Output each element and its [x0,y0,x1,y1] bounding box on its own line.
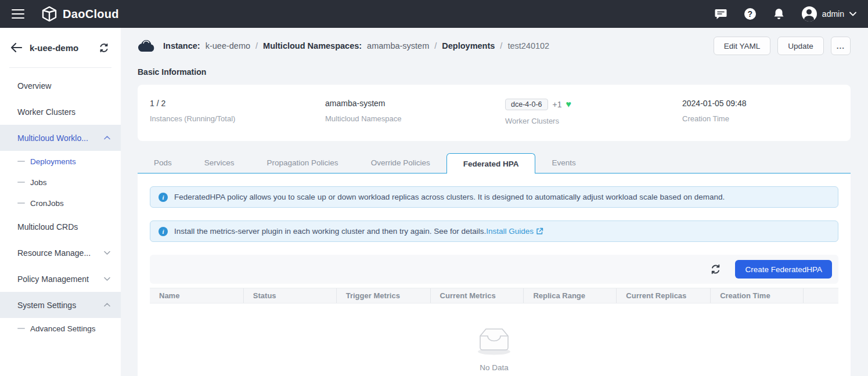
column-header-status: Status [244,288,337,303]
stat-creation-time: 2024-01-05 09:48 Creation Time [682,99,851,125]
tab-events[interactable]: Events [535,153,592,173]
column-header-name: Name [150,288,244,303]
cloud-instance-icon [138,39,156,53]
info-icon: i [159,227,168,236]
header-actions: Edit YAMLUpdate... [714,37,851,55]
sidebar-item-label: CronJobs [30,199,64,208]
breadcrumb-separator: / [500,41,502,50]
no-data-inbox-icon [473,326,515,356]
sidebar-item-label: Multicloud CRDs [17,222,78,232]
messages-icon[interactable] [715,8,727,20]
empty-state: No Data [150,326,838,372]
stat-namespace: amamba-system Multicloud Namespace [325,99,505,125]
tab-federated-hpa[interactable]: Federated HPA [446,153,536,173]
sync-icon[interactable] [99,43,109,53]
tab-propagation-policies[interactable]: Propagation Policies [251,153,355,173]
sidebar-item-label: Resource Manage... [17,248,91,258]
more-button[interactable]: ... [831,37,851,55]
chevron-up-icon [104,136,110,140]
basic-information-title: Basic Information [138,67,851,77]
info-banner-policy: i FederatedHPA policy allows you to scal… [150,186,838,208]
cluster-extra-count[interactable]: +1 [553,100,562,109]
basic-information-card: 1 / 2 Instances (Running/Total) amamba-s… [138,85,851,141]
column-header-replica-range: Replica Range [524,288,617,303]
chevron-down-icon [104,277,110,281]
sidebar-item-system-settings[interactable]: System Settings [0,292,121,318]
sidebar-item-label: Policy Management [17,274,89,284]
create-federatedhpa-button[interactable]: Create FederatedHPA [735,260,832,279]
column-header-actions [804,288,838,303]
sidebar-item-multicloud-worklo[interactable]: Multicloud Worklo... [0,125,121,151]
sidebar-item-label: System Settings [17,301,76,310]
chevron-down-icon [849,12,856,16]
no-data-label: No Data [480,363,509,372]
health-heart-icon: ♥ [566,100,571,109]
sidebar-instance-title: k-uee-demo [30,43,91,53]
sidebar: k-uee-demo OverviewWorker ClustersMultic… [0,28,121,376]
sidebar-item-cronjobs[interactable]: CronJobs [0,193,121,214]
sidebar-item-label: Jobs [30,178,47,187]
breadcrumb: Instance:k-uee-demo/Multicloud Namespace… [163,41,549,50]
info-banner-metrics-text: Install the metrics-server plugin in eac… [174,227,543,236]
breadcrumb-label: Deployments [442,41,495,50]
sidebar-item-label: Multicloud Worklo... [17,133,88,143]
sidebar-item-worker-clusters[interactable]: Worker Clusters [0,99,121,125]
table-header-row: NameStatusTrigger MetricsCurrent Metrics… [150,288,838,303]
breadcrumb-separator: / [255,41,258,50]
tab-pods[interactable]: Pods [138,153,188,173]
update-button[interactable]: Update [777,37,824,55]
info-banner-metrics-server: i Install the metrics-server plugin in e… [150,220,838,242]
breadcrumb-label: Multicloud Namespaces: [263,41,362,50]
sidebar-menu: OverviewWorker ClustersMulticloud Worklo… [0,68,121,339]
menu-toggle-icon[interactable] [12,9,24,19]
sidebar-item-label: Advanced Settings [30,324,96,333]
tab-override-policies[interactable]: Override Policies [355,153,446,173]
breadcrumb-value[interactable]: amamba-system [367,41,429,50]
page-header: Instance:k-uee-demo/Multicloud Namespace… [138,28,851,64]
federated-hpa-panel: i FederatedHPA policy allows you to scal… [138,173,851,376]
user-name: admin [822,9,844,19]
help-icon[interactable]: ? [744,8,757,20]
sidebar-item-overview[interactable]: Overview [0,73,121,99]
chevron-down-icon [104,251,110,255]
breadcrumb-value[interactable]: k-uee-demo [206,41,250,50]
sidebar-item-jobs[interactable]: Jobs [0,172,121,193]
topbar: DaoCloud ? admin [0,0,868,28]
column-header-current-replicas: Current Replicas [617,288,711,303]
sidebar-item-advanced-settings[interactable]: Advanced Settings [0,318,121,339]
user-menu[interactable]: admin [802,6,856,21]
column-header-trigger-metrics: Trigger Metrics [337,288,431,303]
column-header-current-metrics: Current Metrics [431,288,524,303]
back-arrow-icon[interactable] [10,43,22,52]
breadcrumb-label: Instance: [163,41,200,50]
chevron-up-icon [104,303,110,307]
list-toolbar: Create FederatedHPA [150,255,838,284]
user-avatar [802,6,817,21]
cluster-tag[interactable]: dce-4-0-6 [505,99,548,110]
sidebar-item-resource-manage[interactable]: Resource Manage... [0,240,121,266]
external-link-icon [536,227,543,235]
sidebar-item-label: Worker Clusters [17,107,75,117]
detail-tabs: PodsServicesPropagation PoliciesOverride… [138,153,851,173]
notifications-bell-icon[interactable] [773,8,786,20]
breadcrumb-separator: / [434,41,437,50]
sidebar-item-label: Overview [17,81,51,91]
refresh-icon[interactable] [709,263,721,275]
tab-services[interactable]: Services [188,153,251,173]
sidebar-item-deployments[interactable]: Deployments [0,151,121,172]
sub-item-dash [17,328,25,329]
stat-instances: 1 / 2 Instances (Running/Total) [150,99,325,125]
brand-logo[interactable]: DaoCloud [42,6,119,21]
sidebar-item-label: Deployments [30,157,76,166]
sidebar-item-policy-management[interactable]: Policy Management [0,266,121,292]
column-header-creation-time: Creation Time [711,288,804,303]
info-banner-policy-text: FederatedHPA policy allows you to scale … [174,193,725,201]
edit-yaml-button[interactable]: Edit YAML [714,37,771,55]
main-content: Instance:k-uee-demo/Multicloud Namespace… [121,28,868,376]
sidebar-item-multicloud-crds[interactable]: Multicloud CRDs [0,214,121,240]
breadcrumb-value: test240102 [507,41,549,50]
install-guides-link[interactable]: Install Guides [486,227,543,236]
sub-item-dash [17,203,25,204]
brand-name: DaoCloud [63,8,119,21]
info-icon: i [159,193,168,202]
